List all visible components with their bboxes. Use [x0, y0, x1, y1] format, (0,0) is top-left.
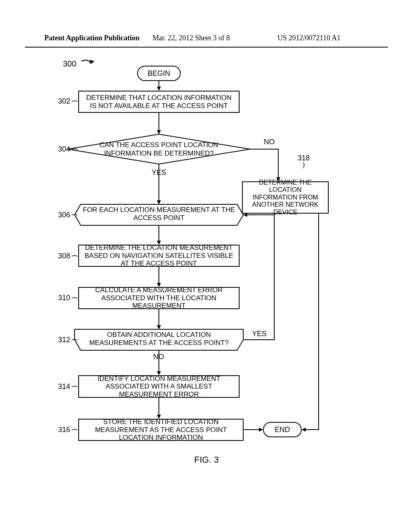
step-310-number: 310 [58, 294, 70, 302]
branch-no-312: NO [153, 353, 164, 361]
step-312-number: 312 [58, 336, 70, 344]
flowchart-reference-number: 300 [63, 59, 76, 69]
step-314-box: IDENTIFY LOCATION MEASUREMENT ASSOCIATED… [78, 375, 240, 398]
step-314-text: IDENTIFY LOCATION MEASUREMENT ASSOCIATED… [83, 375, 235, 399]
begin-label: BEGIN [148, 69, 170, 78]
step-308-box: DETERMINE THE LOCATION MEASUREMENT BASED… [78, 245, 240, 267]
header-center: Mar. 22, 2012 Sheet 3 of 8 [152, 34, 230, 42]
header-left: Patent Application Publication [44, 34, 140, 42]
step-312-text: OBTAIN ADDITIONAL LOCATION MEASUREMENTS … [81, 331, 237, 347]
step-306-text: FOR EACH LOCATION MEASUREMENT AT THE ACC… [81, 206, 237, 222]
figure-label: FIG. 3 [0, 455, 413, 465]
branch-no-304: NO [264, 138, 275, 146]
step-310-box: CALCULATE A MEASUREMENT ERROR ASSOCIATED… [78, 287, 240, 309]
branch-yes-312: YES [252, 330, 267, 338]
step-302-box: DETERMINE THAT LOCATION INFORMATION IS N… [78, 91, 240, 113]
branch-yes-304: YES [152, 168, 166, 177]
step-310-text: CALCULATE A MEASUREMENT ERROR ASSOCIATED… [83, 286, 235, 310]
svg-text:INFORMATION BE DETERMINED?: INFORMATION BE DETERMINED? [104, 150, 214, 157]
step-314-number: 314 [58, 382, 70, 391]
step-308-number: 308 [58, 252, 70, 260]
end-label: END [275, 426, 290, 434]
step-302-text: DETERMINE THAT LOCATION INFORMATION IS N… [83, 94, 235, 110]
page-header: Patent Application Publication Mar. 22, … [0, 34, 413, 46]
svg-marker-2 [68, 134, 250, 164]
step-318-box: DETERMINE THE LOCATION INFORMATION FROM … [242, 181, 329, 214]
step-316-text: STORE THE IDENTIFIED LOCATION MEASUREMEN… [83, 418, 239, 442]
begin-terminator: BEGIN [137, 66, 181, 81]
step-308-text: DETERMINE THE LOCATION MEASUREMENT BASED… [83, 244, 235, 268]
end-terminator: END [263, 422, 302, 437]
step-302-number: 302 [58, 97, 70, 106]
header-right: US 2012/0072110 A1 [277, 34, 340, 42]
step-316-box: STORE THE IDENTIFIED LOCATION MEASUREMEN… [78, 419, 244, 441]
step-318-text: DETERMINE THE LOCATION INFORMATION FROM … [247, 179, 324, 216]
step-316-number: 316 [58, 426, 70, 434]
step-318-number: 318 [298, 154, 310, 162]
step-304-number: 304 [58, 145, 70, 154]
step-306-number: 306 [58, 211, 70, 219]
header-rule [25, 47, 388, 48]
svg-text:CAN THE ACCESS POINT LOCATION: CAN THE ACCESS POINT LOCATION [100, 141, 219, 149]
page: Patent Application Publication Mar. 22, … [0, 0, 413, 532]
